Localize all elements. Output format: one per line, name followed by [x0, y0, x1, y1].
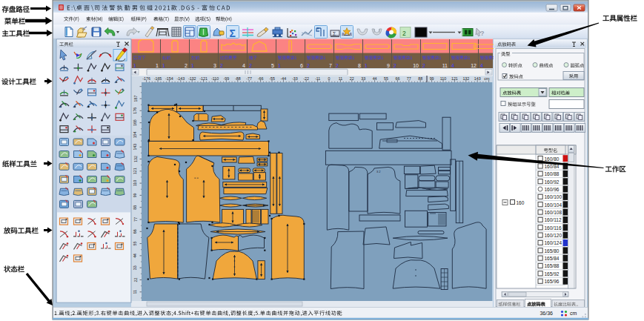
svg-text:165/96: 165/96	[545, 279, 560, 284]
svg-text:2: 2	[249, 63, 252, 68]
svg-text:77: 77	[133, 217, 138, 222]
svg-text:-44: -44	[281, 76, 287, 81]
svg-text:160/100: 160/100	[545, 194, 562, 199]
svg-text:-176: -176	[142, 76, 150, 81]
svg-text:36/36: 36/36	[540, 311, 553, 316]
svg-text:-33: -33	[292, 76, 298, 81]
svg-text:160/108: 160/108	[545, 210, 562, 215]
svg-text:88: 88	[418, 76, 422, 81]
svg-text:160/116: 160/116	[545, 225, 562, 231]
svg-text:7: 7	[329, 63, 332, 68]
svg-text:11: 11	[133, 290, 138, 294]
svg-text:77: 77	[407, 76, 411, 81]
svg-text:143: 143	[474, 76, 481, 81]
svg-text:2: 2	[394, 63, 396, 68]
svg-text:160/96: 160/96	[545, 187, 560, 192]
svg-text:cm: cm	[570, 311, 577, 316]
svg-text:99: 99	[133, 193, 138, 197]
svg-text:2: 2	[185, 63, 187, 68]
svg-text:Σ: Σ	[333, 31, 336, 36]
svg-text:2: 2	[307, 63, 310, 68]
svg-text:160/104: 160/104	[545, 202, 562, 208]
svg-text:33: 33	[133, 265, 138, 270]
svg-text:121: 121	[451, 76, 458, 81]
svg-text:160: 160	[517, 200, 525, 205]
svg-text:Σ: Σ	[230, 27, 236, 39]
svg-text:160/124: 160/124	[545, 240, 562, 245]
svg-text:-55: -55	[269, 76, 275, 81]
svg-text:-77: -77	[246, 76, 252, 81]
svg-text:0: 0	[328, 76, 331, 81]
svg-text:1: 1	[156, 63, 159, 68]
svg-text:-88: -88	[235, 76, 241, 81]
svg-text:2: 2	[220, 63, 223, 68]
svg-text:?: ?	[480, 30, 485, 37]
svg-text:55: 55	[133, 242, 138, 246]
svg-text:-22: -22	[303, 76, 309, 81]
svg-text:4: 4	[480, 63, 483, 68]
svg-text:-99: -99	[224, 76, 230, 81]
svg-text:1: 1	[191, 63, 194, 68]
svg-text:160/88: 160/88	[545, 171, 560, 176]
svg-text:66: 66	[395, 76, 399, 81]
svg-text:132: 132	[133, 156, 138, 162]
svg-text:66: 66	[133, 229, 138, 234]
svg-text:55: 55	[384, 76, 388, 81]
svg-text:4: 4	[242, 63, 245, 68]
svg-text:165/80: 165/80	[545, 248, 560, 254]
svg-text:8: 8	[358, 63, 361, 68]
svg-text:132: 132	[462, 76, 469, 81]
svg-text:176: 176	[133, 107, 138, 114]
svg-text:-154: -154	[165, 76, 173, 81]
svg-text:160/120: 160/120	[545, 233, 562, 238]
svg-text:4: 4	[451, 63, 454, 68]
svg-text:-121: -121	[199, 76, 208, 81]
svg-text:10: 10	[413, 63, 419, 68]
svg-text:3: 3	[213, 63, 216, 68]
svg-text:110: 110	[440, 76, 446, 81]
svg-text:160/92: 160/92	[545, 179, 560, 185]
svg-text:22: 22	[133, 278, 138, 282]
svg-text:165/88: 165/88	[545, 263, 560, 268]
svg-text:33: 33	[361, 76, 365, 81]
svg-text:-66: -66	[258, 76, 264, 81]
svg-text:165: 165	[133, 119, 138, 126]
svg-text:22: 22	[350, 76, 354, 81]
svg-text:11: 11	[339, 76, 343, 81]
svg-text:165/92: 165/92	[545, 271, 560, 277]
svg-text:-165: -165	[154, 76, 162, 81]
svg-text:-132: -132	[188, 76, 196, 81]
svg-text:2: 2	[422, 63, 425, 68]
svg-text:165/84: 165/84	[545, 256, 560, 261]
svg-text:-11: -11	[315, 76, 320, 81]
svg-text:2: 2	[336, 63, 339, 68]
svg-text:160/80: 160/80	[545, 156, 560, 162]
svg-text:9: 9	[387, 63, 390, 68]
svg-text:-110: -110	[211, 76, 219, 81]
svg-text:1: 1	[365, 63, 368, 68]
svg-text:44: 44	[373, 76, 377, 81]
svg-text:1: 1	[133, 63, 136, 68]
svg-text:11: 11	[442, 63, 448, 68]
svg-text:3 2: 3 2	[376, 170, 381, 173]
svg-text:5: 5	[271, 63, 274, 68]
svg-text:44: 44	[133, 254, 138, 258]
svg-text:121: 121	[133, 168, 138, 174]
svg-text:143: 143	[133, 144, 138, 150]
svg-text:187: 187	[133, 96, 138, 102]
svg-text:-143: -143	[176, 76, 185, 81]
svg-text:1: 1	[278, 63, 281, 68]
svg-text:cm: cm	[484, 76, 490, 81]
svg-text:99: 99	[430, 76, 434, 81]
svg-text:110: 110	[133, 180, 138, 186]
svg-text:2: 2	[402, 30, 406, 37]
svg-text:6: 6	[300, 63, 303, 68]
svg-text:154: 154	[133, 131, 138, 138]
svg-text:12: 12	[471, 63, 477, 68]
svg-text:= =: = =	[194, 176, 199, 179]
svg-text:160/112: 160/112	[545, 217, 562, 222]
svg-text:88: 88	[133, 205, 138, 210]
svg-text:1: 1	[162, 63, 165, 68]
